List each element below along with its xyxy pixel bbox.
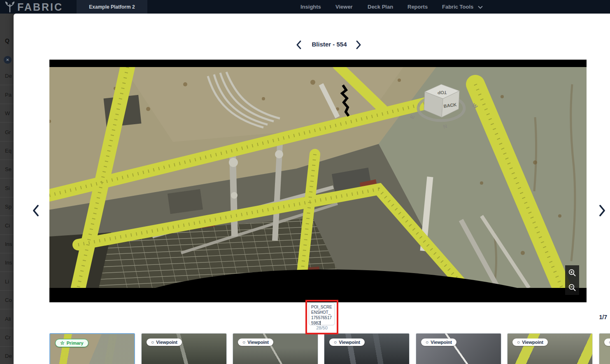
viewpoint-badge: ○ Viewpoint bbox=[421, 338, 456, 346]
nav-insights[interactable]: Insights bbox=[300, 0, 321, 14]
sidebar-item[interactable]: Ins bbox=[0, 235, 14, 253]
chevron-down-icon[interactable] bbox=[478, 6, 483, 9]
thumbnail-primary[interactable]: ☆ Primary bbox=[49, 333, 135, 364]
text-cursor bbox=[320, 321, 321, 325]
viewpoint-badge: ○ Viewpoint bbox=[238, 338, 273, 346]
thumbnail-viewpoint[interactable]: ○ Viewpoint bbox=[233, 333, 318, 364]
zoom-in-icon bbox=[568, 269, 576, 277]
sidebar-item[interactable]: Sp bbox=[0, 197, 14, 216]
sidebar-item[interactable]: Co bbox=[0, 291, 14, 309]
sidebar-item[interactable]: W bbox=[0, 104, 14, 123]
viewpoint-badge: ○ Viewpoint bbox=[512, 338, 548, 346]
thumbnail-viewpoint[interactable]: ○ Viewpoint bbox=[507, 333, 593, 364]
sidebar-item[interactable]: Gr bbox=[0, 123, 14, 141]
sidebar-heading: Q bbox=[5, 37, 9, 44]
sidebar: Q ✕ De Pa W Gr Eq Se Si Sp Ci Ins Ins Li… bbox=[0, 14, 14, 364]
page-indicator: 1/7 bbox=[589, 314, 607, 320]
thumbnail-viewpoint[interactable]: ○ Viewpoint bbox=[599, 333, 610, 364]
sidebar-item[interactable]: Ci bbox=[0, 216, 14, 235]
prev-item-button[interactable] bbox=[296, 40, 302, 51]
main-photo[interactable]: TOP BACK E W N bbox=[49, 60, 587, 302]
fabric-logo-icon bbox=[4, 1, 16, 13]
sidebar-item[interactable]: Cr bbox=[0, 328, 14, 347]
top-navbar: FABRIC Example Platform 2 Insights Viewe… bbox=[0, 0, 610, 14]
main-photo-viewport[interactable]: TOP BACK E W N bbox=[49, 60, 587, 302]
chevron-left-icon bbox=[31, 204, 40, 217]
chevron-left-icon bbox=[296, 40, 302, 50]
circle-icon: ○ bbox=[334, 340, 337, 344]
zoom-in-button[interactable] bbox=[565, 265, 579, 280]
sidebar-item[interactable]: Si bbox=[0, 179, 14, 197]
nav-viewer[interactable]: Viewer bbox=[335, 0, 353, 14]
nav-deck-plan[interactable]: Deck Plan bbox=[368, 0, 393, 14]
thumbnail-viewpoint[interactable]: ○ Viewpoint bbox=[324, 333, 410, 364]
close-icon: ✕ bbox=[6, 58, 9, 62]
thumbnail-viewpoint[interactable]: ○ Viewpoint bbox=[416, 333, 501, 364]
platform-tab[interactable]: Example Platform 2 bbox=[77, 0, 147, 14]
circle-icon: ○ bbox=[426, 340, 428, 344]
caption-text: POI_SCREENSHOT_1755765175982 bbox=[311, 305, 332, 325]
viewpoint-badge: ○ Viewpoint bbox=[604, 338, 610, 346]
viewpoint-badge: ○ Viewpoint bbox=[329, 338, 365, 346]
sidebar-item[interactable]: Li bbox=[0, 272, 14, 291]
brand: FABRIC bbox=[4, 1, 63, 13]
zoom-out-button[interactable] bbox=[565, 280, 579, 295]
char-counter: 28/50 bbox=[305, 325, 338, 330]
sidebar-item[interactable]: Pa bbox=[0, 86, 14, 104]
sidebar-item[interactable]: De bbox=[0, 67, 14, 85]
circle-icon: ○ bbox=[517, 340, 520, 344]
brand-name: FABRIC bbox=[17, 1, 63, 13]
sidebar-item[interactable]: Ali bbox=[0, 310, 14, 328]
app-root: Q ✕ De Pa W Gr Eq Se Si Sp Ci Ins Ins Li… bbox=[0, 0, 610, 364]
cube-top-label: TOP bbox=[438, 90, 447, 95]
nav-fabric-tools[interactable]: Fabric Tools bbox=[442, 0, 473, 14]
prev-photo-button[interactable] bbox=[31, 204, 40, 218]
clear-filter-chip[interactable]: ✕ bbox=[4, 56, 12, 64]
zoom-out-icon bbox=[568, 283, 576, 292]
next-item-button[interactable] bbox=[355, 40, 362, 51]
circle-icon: ○ bbox=[242, 340, 245, 344]
primary-badge: ☆ Primary bbox=[55, 339, 88, 347]
sidebar-item[interactable]: Ins bbox=[0, 253, 14, 272]
nav-reports[interactable]: Reports bbox=[407, 0, 428, 14]
star-icon: ☆ bbox=[60, 341, 65, 345]
next-photo-button[interactable] bbox=[598, 204, 607, 218]
chevron-right-icon bbox=[355, 40, 362, 50]
chevron-right-icon bbox=[598, 204, 607, 217]
sidebar-item[interactable]: Se bbox=[0, 160, 14, 179]
thumbnail-viewpoint[interactable]: ○ Viewpoint bbox=[141, 333, 227, 364]
viewpoint-badge: ○ Viewpoint bbox=[147, 338, 182, 346]
caption-input[interactable]: POI_SCREENSHOT_1755765175982 bbox=[309, 303, 335, 325]
sidebar-item[interactable]: De bbox=[0, 347, 14, 364]
viewer-title: Blister - 554 bbox=[305, 41, 354, 48]
sidebar-item[interactable]: Eq bbox=[0, 141, 14, 160]
circle-icon: ○ bbox=[151, 340, 154, 344]
